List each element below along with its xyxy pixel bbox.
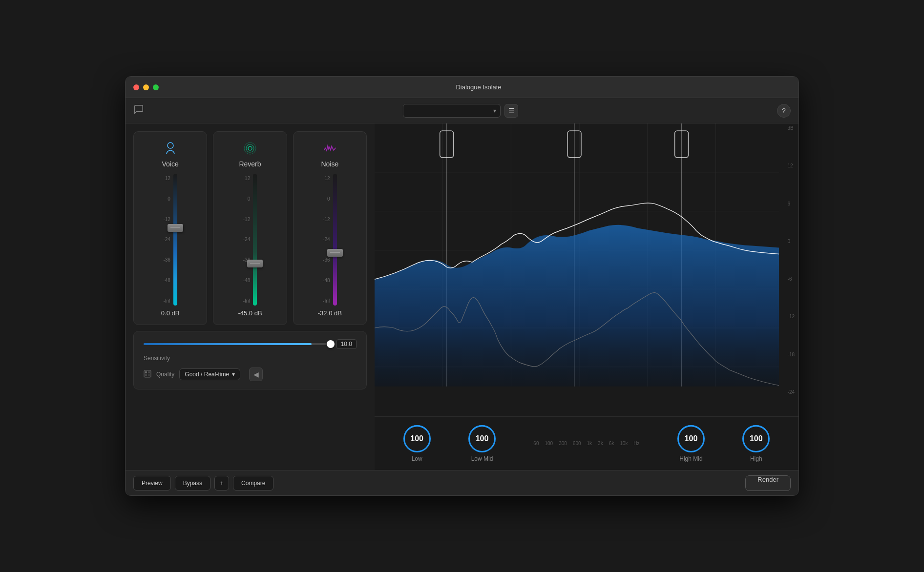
eq-svg [375,123,798,406]
reverb-card: Reverb 12 0 -12 -24 -36 -48 -Inf [213,131,287,325]
noise-scale: 12 0 -12 -24 -36 -48 -Inf [323,174,330,306]
voice-fader[interactable] [173,174,177,306]
play-left-icon: ◀ [253,370,259,378]
toolbar: ▾ ☰ ? [126,98,798,123]
noise-label: Noise [321,160,338,168]
svg-point-1 [248,146,252,150]
minimize-button[interactable] [143,84,149,90]
lowmid-band-knob[interactable]: 100 [468,425,496,452]
sensitivity-thumb[interactable] [327,340,335,348]
voice-label: Voice [162,160,179,168]
traffic-lights [133,84,159,90]
render-label: Render [757,476,778,483]
svg-rect-5 [145,371,147,373]
right-panel: dB 12 6 0 -6 -12 -18 -24 100 Low [375,123,798,470]
bypass-button[interactable]: Bypass [175,476,210,490]
noise-card: Noise 12 0 -12 -24 -36 -48 -Inf [293,131,367,325]
highmid-band-knob[interactable]: 100 [677,425,705,452]
noise-value: -32.0 dB [318,309,342,317]
db-scale: dB 12 6 0 -6 -12 -18 -24 [788,123,795,397]
low-band-value: 100 [410,434,423,443]
reverb-fader[interactable] [253,174,257,306]
voice-value: 0.0 dB [161,309,180,317]
quality-chevron-icon: ▾ [232,371,235,378]
chat-icon[interactable] [133,104,144,117]
toolbar-right: ? [777,104,791,118]
quality-icon [144,370,151,379]
reverb-fader-handle[interactable] [247,260,263,267]
noise-icon [321,140,338,157]
highmid-band-label: High Mid [679,455,702,462]
toolbar-left [133,104,144,117]
controls-row: Voice 12 0 -12 -24 -36 -48 -Inf [133,131,367,325]
svg-rect-8 [148,374,150,376]
quality-dropdown[interactable]: Good / Real-time ▾ [179,368,240,380]
quality-label: Quality [156,371,174,378]
band-knobs-row: 100 Low 100 Low Mid 60 100 300 [375,416,798,470]
quality-row: Quality Good / Real-time ▾ ◀ [144,368,357,381]
high-band-value: 100 [750,434,763,443]
add-label: + [220,480,224,487]
reverb-scale: 12 0 -12 -24 -36 -48 -Inf [243,174,250,306]
lowmid-band-value: 100 [476,434,489,443]
app-window: Dialogue Isolate ▾ ☰ ? [125,76,799,496]
left-panel: Voice 12 0 -12 -24 -36 -48 -Inf [126,123,375,470]
freq-labels: 60 100 300 600 1k 3k 6k 10k Hz [533,441,639,446]
preset-dropdown[interactable]: ▾ [403,104,501,118]
voice-icon [162,140,179,157]
eq-display: dB 12 6 0 -6 -12 -18 -24 [375,123,798,416]
voice-scale: 12 0 -12 -24 -36 -48 -Inf [163,174,170,306]
svg-rect-4 [144,370,151,377]
band-col-lowmid: 100 Low Mid [468,425,496,462]
noise-fader-container: 12 0 -12 -24 -36 -48 -Inf [323,174,336,306]
freq-scale-area: 60 100 300 600 1k 3k 6k 10k Hz [533,441,639,446]
chevron-down-icon: ▾ [493,107,496,114]
close-button[interactable] [133,84,139,90]
menu-button[interactable]: ☰ [504,104,518,118]
reverb-label: Reverb [239,160,261,168]
hamburger-icon: ☰ [508,107,515,115]
sensitivity-fill [144,343,312,345]
help-icon: ? [782,107,786,115]
maximize-button[interactable] [153,84,159,90]
render-button[interactable]: Render [745,475,791,491]
voice-fader-container: 12 0 -12 -24 -36 -48 -Inf [163,174,177,306]
preview-label: Preview [142,480,163,487]
sensitivity-section: 10.0 Sensitivity Qual [133,331,367,389]
sensitivity-row: 10.0 [144,339,357,349]
compare-button[interactable]: Compare [233,476,273,490]
high-band-knob[interactable]: 100 [742,425,770,452]
window-title: Dialogue Isolate [167,83,791,91]
band-col-low: 100 Low [403,425,431,462]
bypass-label: Bypass [183,480,202,487]
svg-rect-6 [148,371,150,373]
svg-point-2 [246,144,254,152]
preview-button[interactable]: Preview [133,476,171,490]
band-col-highmid: 100 High Mid [677,425,705,462]
high-band-label: High [750,455,762,462]
highmid-band-value: 100 [685,434,698,443]
sensitivity-slider[interactable] [144,343,331,345]
svg-rect-7 [145,374,147,376]
sensitivity-value: 10.0 [336,339,357,349]
help-button[interactable]: ? [777,104,791,118]
lowmid-band-label: Low Mid [471,455,493,462]
reverb-value: -45.0 dB [238,309,262,317]
bottom-bar: Preview Bypass + Compare Render [126,470,798,495]
band-col-high: 100 High [742,425,770,462]
mono-button[interactable]: ◀ [249,368,263,381]
sensitivity-label: Sensitivity [144,355,170,362]
low-band-knob[interactable]: 100 [403,425,431,452]
toolbar-center: ▾ ☰ [150,104,771,118]
voice-fader-handle[interactable] [168,224,183,232]
compare-label: Compare [241,480,265,487]
titlebar: Dialogue Isolate [126,77,798,98]
reverb-icon [241,140,259,157]
voice-card: Voice 12 0 -12 -24 -36 -48 -Inf [133,131,207,325]
add-button[interactable]: + [214,476,229,490]
noise-fader[interactable] [333,174,337,306]
main-content: Voice 12 0 -12 -24 -36 -48 -Inf [126,123,798,470]
noise-fader-handle[interactable] [327,249,343,257]
low-band-label: Low [412,455,422,462]
reverb-fader-container: 12 0 -12 -24 -36 -48 -Inf [243,174,257,306]
